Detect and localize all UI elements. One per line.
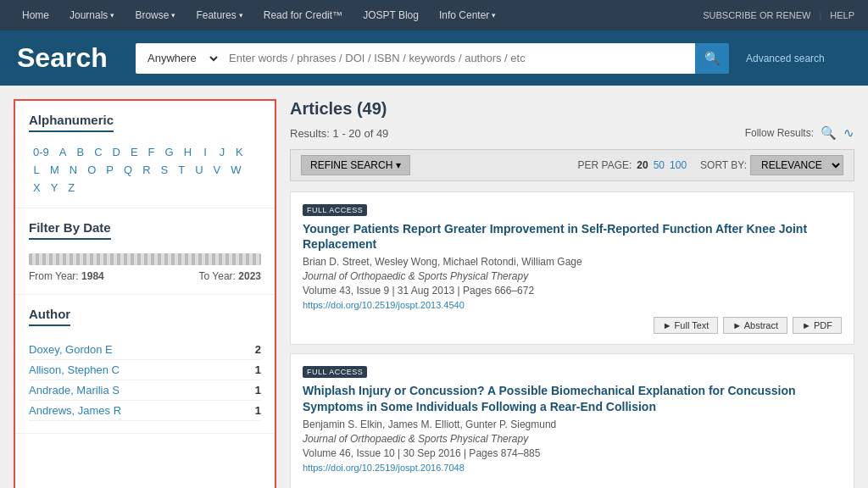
author-count: 1 xyxy=(255,404,261,417)
abstract-button-1[interactable]: ► Abstract xyxy=(723,317,787,334)
alphanumeric-section: Alphanumeric 0-9 A B C D E F G H I J K L… xyxy=(15,101,275,208)
full-text-button-1[interactable]: ► Full Text xyxy=(654,317,719,334)
alpha-C[interactable]: C xyxy=(90,144,106,160)
alpha-H[interactable]: H xyxy=(180,144,196,160)
author-section: Author Doxey, Gordon E 2 Allison, Stephe… xyxy=(15,295,275,434)
search-input[interactable] xyxy=(220,43,695,74)
alpha-09[interactable]: 0-9 xyxy=(29,144,53,160)
alpha-Q[interactable]: Q xyxy=(120,162,136,178)
alpha-V[interactable]: V xyxy=(209,162,225,178)
nav-home[interactable]: Home xyxy=(14,4,58,26)
search-scope-dropdown[interactable]: Anywhere xyxy=(136,43,220,74)
follow-results: Follow Results: 🔍 ∿ xyxy=(745,125,854,141)
alpha-P[interactable]: P xyxy=(102,162,118,178)
article-card-1: FULL ACCESS Younger Patients Report Grea… xyxy=(290,191,854,345)
article-journal-2: Journal of Orthopaedic & Sports Physical… xyxy=(303,433,842,445)
nav-browse[interactable]: Browse ▾ xyxy=(126,4,184,26)
article-title-1[interactable]: Younger Patients Report Greater Improvem… xyxy=(303,221,842,252)
per-page-50[interactable]: 50 xyxy=(654,159,665,171)
main-container: Alphanumeric 0-9 A B C D E F G H I J K L… xyxy=(0,86,868,488)
author-item-allison[interactable]: Allison, Stephen C 1 xyxy=(29,360,261,380)
nav-items: Home Journals ▾ Browse ▾ Features ▾ Read… xyxy=(14,4,703,26)
results-text: Results: 1 - 20 of 49 xyxy=(290,127,388,140)
alpha-R[interactable]: R xyxy=(138,162,154,178)
alpha-W[interactable]: W xyxy=(226,162,245,178)
nav-features[interactable]: Features ▾ xyxy=(187,4,251,26)
alpha-N[interactable]: N xyxy=(65,162,81,178)
article-doi-2[interactable]: https://doi.org/10.2519/jospt.2016.7048 xyxy=(303,463,842,473)
per-page-100[interactable]: 100 xyxy=(670,159,687,171)
from-year-label: From Year: 1984 xyxy=(29,270,104,282)
search-bar: Anywhere 🔍 xyxy=(136,43,729,74)
alpha-L[interactable]: L xyxy=(29,162,44,178)
alpha-Z[interactable]: Z xyxy=(64,180,79,196)
search-alert-icon[interactable]: 🔍 xyxy=(821,125,837,141)
pdf-button-1[interactable]: ► PDF xyxy=(793,317,842,334)
access-badge-2: FULL ACCESS xyxy=(303,366,367,378)
alpha-B[interactable]: B xyxy=(72,144,88,160)
per-page-20[interactable]: 20 xyxy=(637,159,648,171)
article-authors-1: Brian D. Street, Wesley Wong, Michael Ro… xyxy=(303,256,842,268)
alpha-I[interactable]: I xyxy=(198,144,213,160)
author-item-doxey[interactable]: Doxey, Gordon E 2 xyxy=(29,340,261,360)
date-range: From Year: 1984 To Year: 2023 xyxy=(29,253,261,282)
alpha-O[interactable]: O xyxy=(83,162,100,178)
article-card-2: FULL ACCESS Whiplash Injury or Concussio… xyxy=(290,353,854,488)
alpha-J[interactable]: J xyxy=(214,144,230,160)
author-item-andrade[interactable]: Andrade, Marilia S 1 xyxy=(29,380,261,401)
nav-info-center[interactable]: Info Center ▾ xyxy=(431,4,504,26)
journals-chevron-icon: ▾ xyxy=(110,11,114,19)
nav-right: SUBSCRIBE OR RENEW | HELP xyxy=(703,10,854,20)
author-name: Andrade, Marilia S xyxy=(29,384,120,396)
alpha-F[interactable]: F xyxy=(144,144,159,160)
sort-label: SORT BY: xyxy=(700,159,747,171)
rss-icon[interactable]: ∿ xyxy=(843,125,854,141)
nav-read-for-credit[interactable]: Read for Credit™ xyxy=(255,4,351,26)
filter-by-date-title: Filter By Date xyxy=(29,220,111,240)
search-title: Search xyxy=(17,42,119,74)
top-navigation: Home Journals ▾ Browse ▾ Features ▾ Read… xyxy=(0,0,868,30)
subscribe-link[interactable]: SUBSCRIBE OR RENEW xyxy=(703,10,810,20)
alpha-M[interactable]: M xyxy=(46,162,64,178)
alpha-D[interactable]: D xyxy=(108,144,125,160)
to-year-label: To Year: 2023 xyxy=(199,270,261,282)
alpha-X[interactable]: X xyxy=(29,180,45,196)
search-header: Search Anywhere 🔍 Advanced search xyxy=(0,30,868,86)
advanced-search-link[interactable]: Advanced search xyxy=(746,53,825,64)
refine-search-button[interactable]: REFINE SEARCH ▾ xyxy=(301,155,410,175)
alpha-T[interactable]: T xyxy=(174,162,189,178)
alpha-E[interactable]: E xyxy=(126,144,142,160)
per-page-section: PER PAGE: 20 50 100 xyxy=(578,159,687,171)
alpha-Y[interactable]: Y xyxy=(47,180,63,196)
article-actions-1: ► Full Text ► Abstract ► PDF xyxy=(303,317,842,334)
features-chevron-icon: ▾ xyxy=(239,11,243,19)
refine-chevron-icon: ▾ xyxy=(396,159,401,171)
author-title: Author xyxy=(29,307,70,326)
nav-jospt-blog[interactable]: JOSPT Blog xyxy=(354,4,427,26)
article-volume-2: Volume 46, Issue 10 | 30 Sep 2016 | Page… xyxy=(303,447,842,459)
filter-by-date-section: Filter By Date From Year: 1984 To Year: … xyxy=(15,208,275,295)
alpha-U[interactable]: U xyxy=(191,162,207,178)
access-badge-1: FULL ACCESS xyxy=(303,204,367,216)
article-authors-2: Benjamin S. Elkin, James M. Elliott, Gun… xyxy=(303,419,842,430)
alpha-G[interactable]: G xyxy=(161,144,178,160)
date-slider[interactable] xyxy=(29,253,261,265)
sort-dropdown[interactable]: RELEVANCE xyxy=(750,155,843,175)
nav-divider: | xyxy=(819,10,821,20)
article-doi-1[interactable]: https://doi.org/10.2519/jospt.2013.4540 xyxy=(303,300,842,310)
alpha-K[interactable]: K xyxy=(231,144,248,160)
article-title-2[interactable]: Whiplash Injury or Concussion? A Possibl… xyxy=(303,383,842,413)
content-area: Articles (49) Results: 1 - 20 of 49 Foll… xyxy=(290,99,854,488)
browse-chevron-icon: ▾ xyxy=(171,11,175,19)
help-link[interactable]: HELP xyxy=(830,10,854,20)
per-page-label: PER PAGE: xyxy=(578,159,632,171)
sidebar: Alphanumeric 0-9 A B C D E F G H I J K L… xyxy=(14,99,276,488)
alpha-S[interactable]: S xyxy=(157,162,173,178)
author-item-andrews[interactable]: Andrews, James R 1 xyxy=(29,401,261,421)
results-info: Results: 1 - 20 of 49 Follow Results: 🔍 … xyxy=(290,125,854,141)
alpha-grid: 0-9 A B C D E F G H I J K L M N O P Q R … xyxy=(29,144,261,196)
nav-journals[interactable]: Journals ▾ xyxy=(61,4,123,26)
alpha-A[interactable]: A xyxy=(55,144,71,160)
sort-section: SORT BY: RELEVANCE xyxy=(700,155,843,175)
search-button[interactable]: 🔍 xyxy=(695,43,729,74)
